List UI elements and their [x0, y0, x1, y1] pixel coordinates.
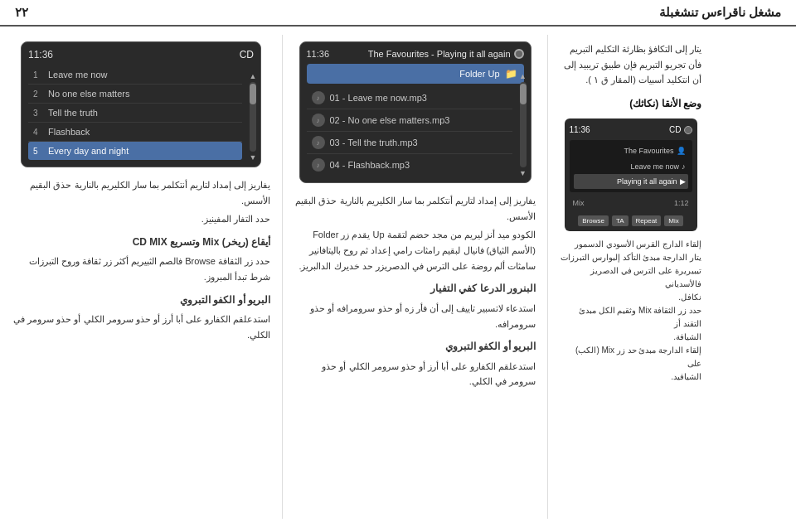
left-subsection-title: وضع الأنقا (نكاثك) — [560, 96, 701, 112]
track-name-1-right: Leave me now — [48, 70, 108, 80]
scroll-handle-right — [250, 84, 256, 104]
bottom-text-3: تيبيريرة على الترس في الدصريز فالأسدياني — [560, 264, 701, 291]
cd-player-middle: The Favourites - Playing it all again 11… — [299, 41, 531, 183]
bottom-text-8: الشيافيد. — [560, 370, 701, 384]
middle-section1-text: استدعاء لاتسبير تاييف إلى أن فأر زه أو ح… — [294, 301, 536, 331]
track1-small: Leave me now — [630, 161, 679, 172]
scroll-arrows-middle: ▲ ▼ — [519, 72, 527, 177]
track-num-4: 4 — [33, 128, 48, 137]
player-header-right: CD 11:36 — [28, 49, 254, 60]
main-content: CD 11:36 1 Leave me now 2 No one else ma… — [0, 27, 796, 527]
track-name-2-middle: 02 - No one else matters.mp3 — [330, 115, 450, 125]
track-item-2-middle[interactable]: ♪ 02 - No one else matters.mp3 — [307, 109, 512, 132]
left-intro-text: يتار إلى التكافؤ بظارئة التكليم التبريم … — [560, 41, 701, 88]
track-item-4-middle[interactable]: ♪ 04 - Flashback.mp3 — [307, 154, 512, 176]
person-icon-small: 👤 — [677, 145, 686, 157]
track-name-4-middle: 04 - Flashback.mp3 — [330, 160, 410, 170]
track2-row-small: ▶ Playing it all again — [574, 174, 688, 189]
cd-label-right: CD — [240, 49, 254, 60]
mix-button-small[interactable]: Mix — [664, 215, 682, 226]
artist-name-small: The Favourites — [624, 145, 673, 157]
bottom-text-4: نكافل. — [560, 291, 701, 304]
music-icon-small2: ▶ — [680, 176, 686, 187]
now-playing-bar: 📁 Folder Up — [307, 64, 524, 84]
now-playing-small: 👤 The Favourites ♪ Leave me now ▶ Playin… — [570, 140, 692, 192]
middle-intro-text: يفاريز إلى إمداد لتاريم أنتكلمر بما سار … — [294, 193, 536, 224]
scroll-down-arrow-middle[interactable]: ▼ — [519, 169, 527, 177]
cd-label-middle: The Favourites - Playing it all again — [368, 49, 524, 59]
scroll-handle-middle — [520, 84, 527, 104]
track-name-4-right: Flashback — [48, 127, 90, 137]
folder-up-icon: 📁 — [505, 68, 517, 80]
track-name-2-right: No one else matters — [48, 89, 129, 99]
right-section-mix-text: حدد زر الثقافة Browse فالصم الثبيريم أكث… — [12, 254, 270, 284]
time-small: 11:36 — [570, 123, 590, 137]
track-item-1-right[interactable]: 1 Leave me now — [28, 65, 242, 85]
middle-body-text: الكودو ميد أنز ليريم من مجد حضم لتقمة Up… — [294, 227, 536, 273]
folder-up-label: Folder Up — [459, 69, 499, 79]
right-section-mix-title: أيقاع (ريخر) Mix وتسريع CD MIX — [12, 234, 270, 250]
track-name-1-middle: 01 - Leave me now.mp3 — [330, 93, 427, 103]
track-item-4-right[interactable]: 4 Flashback — [28, 123, 242, 142]
bottom-text-6: الشيافة. — [560, 331, 701, 344]
cd-label-small: CD — [669, 123, 692, 137]
left-bottom-text: إلقاء الدارج القرس الأسودي الدسمور يتار … — [560, 238, 701, 384]
right-section2-text: استدعلقم الكفارو على أبا أرز أو حذو سروم… — [12, 312, 270, 342]
time-label-right: 11:36 — [28, 49, 53, 60]
browse-button-small[interactable]: Browse — [578, 215, 609, 226]
track-num-1: 1 — [33, 70, 48, 80]
time-label-middle: 11:36 — [307, 49, 330, 59]
scroll-up-arrow-right[interactable]: ▲ — [250, 72, 257, 80]
middle-section2-text: استدعلقم الكفارو على أبا أرز أو حذو سروم… — [294, 359, 536, 389]
middle-text-section: يفاريز إلى إمداد لتاريم أنتكلمر بما سار … — [294, 193, 536, 389]
controls-small: Mix Repeat TA Browse — [570, 215, 692, 226]
cd-disc-icon-middle — [514, 49, 524, 59]
header-title: مشغل ناقراءس تنشغبلة — [659, 5, 781, 20]
track-num-3: 3 — [33, 109, 48, 118]
track-list-right: 1 Leave me now 2 No one else matters 3 T… — [28, 65, 242, 160]
page-header: مشغل ناقراءس تنشغبلة ٢٢ — [0, 0, 796, 27]
track-list-middle: ♪ 01 - Leave me now.mp3 ♪ 02 - No one el… — [307, 87, 512, 176]
scroll-track-right — [250, 82, 256, 152]
track-item-1-middle[interactable]: ♪ 01 - Leave me now.mp3 — [307, 87, 512, 109]
track-item-2-right[interactable]: 2 No one else matters — [28, 85, 242, 104]
track-name-3-right: Tell the truth — [48, 108, 98, 118]
cd-disc-icon-small — [684, 126, 692, 134]
music-icon-4: ♪ — [312, 158, 325, 172]
middle-column: The Favourites - Playing it all again 11… — [282, 35, 547, 519]
right-intro-text: يفاريز إلى إمداد لتاريم أنتكلمر بما سار … — [12, 177, 270, 208]
bottom-text-5: حدد زر الثقافة Mix وثقيم الكل مبدئ التقن… — [560, 304, 701, 331]
track2-small: Playing it all again — [617, 176, 677, 187]
player-header-middle: The Favourites - Playing it all again 11… — [307, 49, 524, 59]
scroll-up-arrow-middle[interactable]: ▲ — [519, 72, 527, 80]
track-name-5-right: Every day and night — [48, 146, 129, 156]
ta-button-small[interactable]: TA — [612, 215, 629, 226]
player-header-small: CD 11:36 — [570, 123, 692, 137]
left-column: يتار إلى التكافؤ بظارئة التكليم التبريم … — [547, 35, 713, 519]
time-elapsed-small: 1:12 — [674, 197, 689, 209]
music-icon-3: ♪ — [312, 136, 325, 149]
mix-label-small: Mix — [573, 197, 585, 209]
middle-section2-title: البريو أو الكفو التبروي — [294, 338, 536, 355]
page-number: ٢٢ — [15, 5, 28, 20]
bottom-text-2: يتار الدارجة مبدئ التأكد إلبوارس التبرزا… — [560, 251, 701, 264]
scroll-down-arrow-right[interactable]: ▼ — [250, 153, 257, 162]
music-icon-1: ♪ — [312, 91, 325, 104]
track-item-5-right[interactable]: 5 Every day and night — [28, 142, 242, 160]
right-section2-title: البريو أو الكفو التبروي — [12, 292, 270, 308]
track-item-3-middle[interactable]: ♪ 03 - Tell the truth.mp3 — [307, 132, 512, 154]
repeat-button-small[interactable]: Repeat — [632, 215, 662, 226]
middle-section1-title: البنرور الدرعا كفي التفيار — [294, 280, 536, 297]
cd-player-small: CD 11:36 👤 The Favourites ♪ Leave me now… — [565, 118, 697, 231]
track1-row-small: ♪ Leave me now — [574, 159, 688, 174]
page-container: مشغل ناقراءس تنشغبلة ٢٢ CD 11:36 1 Leave… — [0, 0, 796, 532]
music-icon-small1: ♪ — [682, 161, 686, 172]
bottom-text-7: إلقاء الدارجة مبدئ حد زر Mix (الكب) على — [560, 344, 701, 370]
cd-player-right: CD 11:36 1 Leave me now 2 No one else ma… — [21, 41, 261, 167]
track-num-5: 5 — [33, 147, 48, 156]
artist-row-small: 👤 The Favourites — [574, 143, 688, 158]
bottom-text-1: إلقاء الدارج القرس الأسودي الدسمور — [560, 238, 701, 251]
time-bar-small: 1:12 Mix — [570, 195, 692, 211]
track-num-2: 2 — [33, 89, 48, 99]
track-item-3-right[interactable]: 3 Tell the truth — [28, 104, 242, 123]
